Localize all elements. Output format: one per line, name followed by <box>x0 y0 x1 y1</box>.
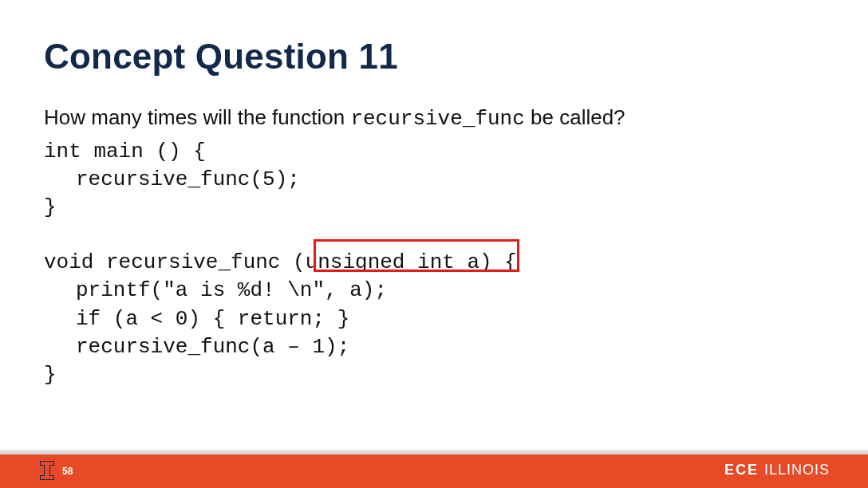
code-line-2: recursive_func(5); <box>44 166 810 194</box>
slide-title: Concept Question 11 <box>44 37 398 77</box>
svg-rect-5 <box>41 476 53 479</box>
footer-brand: ECE ILLINOIS <box>724 462 830 478</box>
question-prefix: How many times will the function <box>44 105 350 129</box>
footer-bar: 58 ECE ILLINOIS <box>0 455 868 488</box>
code-line-6: if (a < 0) { return; } <box>44 305 810 333</box>
question-code-token: recursive_func <box>350 107 524 131</box>
highlight-box <box>314 239 519 272</box>
slide: Concept Question 11 How many times will … <box>0 0 868 488</box>
code-line-5: printf("a is %d! \n", a); <box>44 277 810 305</box>
footer-brand-bold: ECE <box>724 462 759 478</box>
illinois-logo-icon <box>38 459 56 482</box>
code-line-8: } <box>44 361 810 389</box>
question-text: How many times will the function recursi… <box>44 104 810 133</box>
footer-brand-light: ILLINOIS <box>764 462 830 478</box>
code-line-7: recursive_func(a – 1); <box>44 333 810 361</box>
code-line-3: } <box>44 194 810 222</box>
page-number: 58 <box>62 466 73 477</box>
question-suffix: be called? <box>525 105 625 129</box>
code-line-1: int main () { <box>44 138 810 166</box>
